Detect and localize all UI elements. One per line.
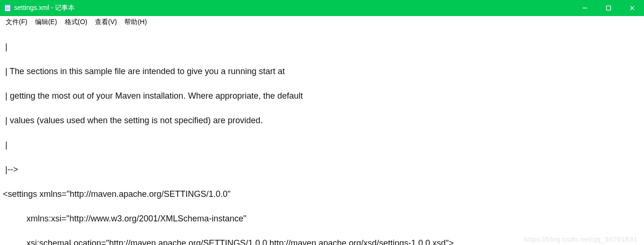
window-titlebar: settings.xml - 记事本: [0, 0, 644, 16]
menu-help[interactable]: 帮助(H): [120, 17, 150, 27]
text-line: <settings xmlns="http://maven.apache.org…: [3, 188, 641, 200]
text-line: |: [3, 139, 641, 151]
menu-view[interactable]: 查看(V): [91, 17, 121, 27]
text-line: xmlns:xsi="http://www.w3.org/2001/XMLSch…: [3, 212, 641, 225]
text-line: | getting the most out of your Maven ins…: [3, 90, 641, 102]
menubar: 文件(F) 编辑(E) 格式(O) 查看(V) 帮助(H): [0, 16, 644, 27]
maximize-button[interactable]: [597, 0, 620, 16]
editor-content[interactable]: | | The sections in this sample file are…: [0, 27, 644, 245]
text-line: | values (values used when the setting i…: [3, 114, 641, 127]
svg-rect-1: [5, 5, 10, 6]
window-controls: [573, 0, 644, 16]
svg-rect-6: [607, 6, 611, 10]
watermark-text: https://blog.csdn.net/qq_36761831: [524, 235, 637, 243]
menu-file[interactable]: 文件(F): [2, 17, 31, 27]
window-title: settings.xml - 记事本: [14, 4, 75, 12]
menu-edit[interactable]: 编辑(E): [31, 17, 61, 27]
text-line: |-->: [3, 163, 641, 176]
notepad-icon: [4, 4, 11, 12]
minimize-button[interactable]: [573, 0, 597, 16]
close-button[interactable]: [620, 0, 644, 16]
text-line: |: [3, 41, 641, 53]
menu-format[interactable]: 格式(O): [61, 17, 91, 27]
text-line: | The sections in this sample file are i…: [3, 65, 641, 77]
